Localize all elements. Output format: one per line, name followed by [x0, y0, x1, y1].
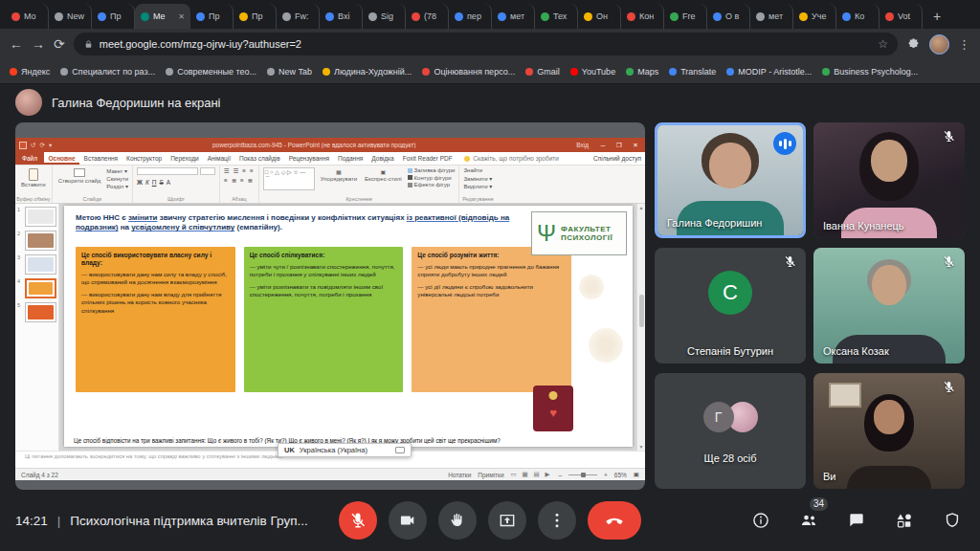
- browser-tab[interactable]: Fre ✕: [664, 4, 707, 29]
- view-buttons[interactable]: ▭ ▦ ▤ ▶: [511, 471, 552, 478]
- browser-tab[interactable]: Пр ✕: [234, 4, 277, 29]
- browser-menu-icon[interactable]: ⋮: [958, 37, 970, 52]
- vertical-scrollbar[interactable]: ▲ ▼: [636, 204, 645, 451]
- slide-thumbnail[interactable]: 5: [17, 302, 56, 322]
- meeting-details-button[interactable]: [748, 508, 773, 533]
- profile-avatar[interactable]: [929, 34, 949, 55]
- ribbon-tab[interactable]: Рецензування: [284, 152, 333, 165]
- bookmark-item[interactable]: New Tab: [267, 67, 312, 77]
- tab-close-icon[interactable]: ✕: [178, 12, 185, 21]
- slide-canvas-area[interactable]: Метою ННС є змінити звичну стратегію мис…: [59, 204, 636, 451]
- browser-tab[interactable]: New ✕: [49, 4, 92, 29]
- browser-tab[interactable]: мет ✕: [492, 4, 535, 29]
- browser-tab[interactable]: Тех ✕: [535, 4, 578, 29]
- bold-button[interactable]: Ж: [137, 179, 143, 186]
- ribbon-tab[interactable]: Конструктор: [122, 152, 167, 165]
- bookmark-item[interactable]: YouTube: [570, 67, 615, 77]
- italic-button[interactable]: К: [145, 179, 149, 186]
- bookmark-item[interactable]: Translate: [669, 67, 716, 77]
- raise-hand-button[interactable]: [438, 501, 477, 540]
- ribbon-tab[interactable]: Довідка: [368, 152, 398, 165]
- slide-thumbnail[interactable]: 1: [17, 207, 56, 227]
- shape-effects-button[interactable]: Ефекти фігур: [408, 182, 456, 187]
- bookmark-star-icon[interactable]: ☆: [878, 37, 888, 51]
- font-name-box[interactable]: [137, 167, 198, 175]
- slide-thumbnail[interactable]: 2: [17, 231, 56, 251]
- bookmark-item[interactable]: Людина-Художній...: [323, 67, 412, 77]
- bookmark-item[interactable]: Оцінювання персо...: [422, 67, 515, 77]
- slide-thumbnail[interactable]: 3: [17, 254, 56, 275]
- bookmark-item[interactable]: Яндекс: [10, 67, 50, 77]
- video-tile-stepaniya-buturyn[interactable]: С Степанія Бутурин: [655, 248, 806, 364]
- scroll-up-icon[interactable]: ▲: [639, 205, 644, 210]
- zoom-out-icon[interactable]: –: [558, 472, 562, 478]
- ribbon-tab[interactable]: Файл: [15, 152, 44, 165]
- reload-icon[interactable]: ⟳: [54, 37, 65, 51]
- bookmark-item[interactable]: Maps: [626, 67, 658, 77]
- ribbon-tab[interactable]: Подання: [334, 152, 368, 165]
- underline-button[interactable]: П: [152, 179, 157, 186]
- shapes-gallery[interactable]: □ ○ △ ◇ ▷ ☆ — ⌒: [263, 167, 315, 190]
- browser-tab[interactable]: Fw: ✕: [277, 4, 320, 29]
- section-button[interactable]: Розділ ▾: [106, 183, 128, 189]
- ribbon-tab[interactable]: Анімації: [203, 152, 234, 165]
- bookmark-item[interactable]: Gmail: [525, 67, 560, 77]
- fit-to-window-icon[interactable]: ▣: [634, 471, 639, 478]
- align-buttons[interactable]: ≡ ≣ ≡ ≣: [224, 177, 255, 185]
- layout-button[interactable]: Макет ▾: [106, 167, 128, 174]
- mic-button[interactable]: [339, 501, 377, 540]
- more-options-button[interactable]: [538, 501, 576, 540]
- browser-tab[interactable]: Уче ✕: [793, 4, 836, 29]
- bookmark-item[interactable]: MODIP - Aristotle...: [726, 67, 812, 77]
- reset-button[interactable]: Скинути: [106, 176, 128, 182]
- tell-me-box[interactable]: Скажіть, що потрібно зробити: [464, 152, 559, 165]
- browser-tab[interactable]: Кон ✕: [621, 4, 664, 29]
- new-tab-button[interactable]: +: [926, 6, 947, 27]
- screen-share-tile[interactable]: ↺⟳▾ powerpointbaza.com-945 - PowerPoint …: [15, 122, 645, 490]
- shape-outline-button[interactable]: Контур фігури: [408, 175, 456, 181]
- participants-button[interactable]: 34: [796, 508, 821, 533]
- close-icon[interactable]: ✕: [630, 142, 641, 149]
- host-controls-button[interactable]: [940, 508, 965, 533]
- browser-tab[interactable]: Ме ✕: [135, 4, 190, 29]
- new-slide-button[interactable]: Створити слайд: [56, 167, 103, 185]
- ribbon-tab[interactable]: Foxit Reader PDF: [398, 152, 457, 165]
- font-color-button[interactable]: А: [167, 179, 170, 186]
- shape-fill-button[interactable]: Заливка фігури: [408, 167, 456, 173]
- browser-tab[interactable]: Он ✕: [578, 4, 621, 29]
- video-tile-you[interactable]: Ви: [813, 373, 965, 489]
- find-button[interactable]: Знайти: [463, 167, 492, 173]
- scrollbar-thumb[interactable]: [639, 295, 644, 327]
- video-tile-oksana-kozak[interactable]: Оксана Козак: [813, 248, 965, 364]
- browser-tab[interactable]: (78 ✕: [406, 4, 449, 29]
- ribbon-tab[interactable]: Показ слайдів: [235, 152, 285, 165]
- paste-button[interactable]: Вставити: [19, 167, 48, 188]
- video-tile-more-people[interactable]: Г Ще 28 осіб: [655, 373, 806, 489]
- comments-toggle[interactable]: Примітки: [478, 472, 503, 478]
- language-indicator-popup[interactable]: UK Українська (Україна): [278, 443, 412, 457]
- notes-toggle[interactable]: Нотатки: [448, 472, 471, 478]
- browser-tab[interactable]: Vot ✕: [880, 4, 923, 29]
- restore-icon[interactable]: ❐: [613, 142, 625, 149]
- browser-tab[interactable]: пер ✕: [449, 4, 492, 29]
- zoom-slider[interactable]: [568, 474, 597, 475]
- browser-tab[interactable]: Пр ✕: [190, 4, 234, 29]
- minimize-icon[interactable]: ─: [597, 142, 609, 148]
- forward-icon[interactable]: →: [32, 37, 45, 51]
- ribbon-tab[interactable]: Основне: [44, 152, 79, 165]
- select-button[interactable]: Виділити ▾: [463, 183, 492, 189]
- browser-tab[interactable]: Mo ✕: [6, 4, 49, 29]
- browser-tab[interactable]: мет ✕: [750, 4, 793, 29]
- browser-tab[interactable]: О в ✕: [707, 4, 750, 29]
- signin-label[interactable]: Вхід: [576, 142, 589, 148]
- bookmark-item[interactable]: Специалист по раз...: [60, 67, 155, 77]
- browser-tab[interactable]: Вхі ✕: [320, 4, 363, 29]
- ribbon-tab[interactable]: Переходи: [167, 152, 203, 165]
- bookmark-item[interactable]: Business Psycholog...: [822, 67, 918, 77]
- zoom-in-icon[interactable]: +: [604, 472, 608, 478]
- replace-button[interactable]: Замінити ▾: [463, 175, 492, 182]
- address-bar[interactable]: meet.google.com/mzg-ojrw-iuy?authuser=2 …: [74, 33, 898, 55]
- arrange-button[interactable]: ▦Упорядкувати: [319, 167, 359, 183]
- quick-styles-button[interactable]: ▣Експрес-стилі: [363, 167, 404, 183]
- quick-access-toolbar[interactable]: ↺⟳▾: [19, 142, 52, 149]
